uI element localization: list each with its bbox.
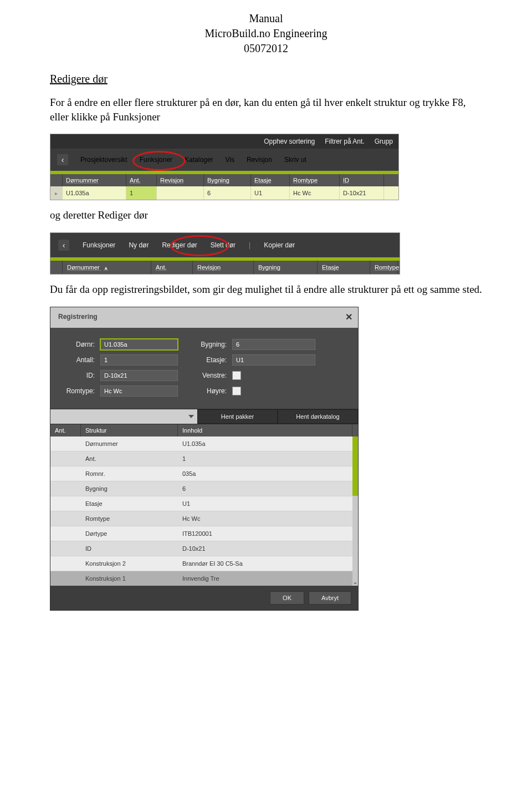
scroll-down-icon[interactable]: ⌄ xyxy=(352,578,358,586)
grid-header-ant[interactable]: Ant. xyxy=(50,424,81,437)
table-header-id[interactable]: ID xyxy=(340,174,384,186)
cell-struktur: Konstruksjon 2 xyxy=(81,556,178,571)
table-header-revisjon[interactable]: Revisjon xyxy=(157,174,204,186)
action-filtrer-ant[interactable]: Filtrer på Ant. xyxy=(325,138,364,145)
menu-slett-dor[interactable]: Slett dør xyxy=(211,241,236,249)
doc-title-line3: 05072012 xyxy=(50,41,482,56)
grid-header: Ant. Struktur Innhold xyxy=(50,424,358,437)
cell-ant xyxy=(50,481,81,496)
menu-vis[interactable]: Vis xyxy=(225,156,234,164)
screenshot-rediger-dor-menu: ‹ Funksjoner Ny dør Rediger dør Slett dø… xyxy=(50,232,400,275)
cell-ant xyxy=(50,541,81,556)
paragraph-3: Du får da opp registreringsbildet, som g… xyxy=(50,282,482,297)
sub-menubar: ‹ Funksjoner Ny dør Rediger dør Slett dø… xyxy=(50,233,400,257)
cell-innhold: Hc Wc xyxy=(178,511,352,526)
label-etasje: Etasje: xyxy=(195,356,227,364)
table-header-romtype[interactable]: Romtype xyxy=(290,174,340,186)
table-header-dornummer-sorted[interactable]: Dørnummer ▲ xyxy=(63,261,151,274)
cell-innhold: U1.035a xyxy=(178,437,352,451)
cell-ant xyxy=(50,437,81,451)
input-dornr[interactable] xyxy=(100,339,178,350)
ok-button[interactable]: OK xyxy=(270,591,304,605)
input-etasje[interactable] xyxy=(232,354,315,366)
package-toolbar: Hent pakker Hent dørkatalog xyxy=(50,409,358,424)
close-icon[interactable]: ✕ xyxy=(345,312,352,322)
doc-title-line2: MicroBuild.no Engineering xyxy=(50,26,482,41)
cell-ant-selected[interactable]: 1 xyxy=(126,186,157,200)
table-header-dornummer[interactable]: Dørnummer xyxy=(63,174,126,186)
avbryt-button[interactable]: Avbryt xyxy=(309,591,351,605)
cell-struktur: Etasje xyxy=(81,496,178,511)
cell-innhold: U1 xyxy=(178,496,352,511)
menu-funksjoner[interactable]: Funksjoner xyxy=(140,156,172,164)
screenshot-funksjoner-menu: Opphev sortering Filtrer på Ant. Grupp ‹… xyxy=(50,134,399,200)
table-header-bygning[interactable]: Bygning xyxy=(254,261,318,274)
cell-struktur: Romtype xyxy=(81,511,178,526)
table-header-revisjon[interactable]: Revisjon xyxy=(193,261,254,274)
table-header-ant[interactable]: Ant. xyxy=(126,174,157,186)
cell-id: D-10x21 xyxy=(340,186,384,200)
scrollbar-track[interactable]: ⌄ xyxy=(352,437,358,586)
table-header-blank xyxy=(50,261,63,274)
section-title: Redigere dør xyxy=(50,73,482,85)
label-venstre: Venstre: xyxy=(195,372,227,379)
screenshot-registrering-dialog: Registrering ✕ Dørnr: Bygning: Antall: xyxy=(50,307,359,611)
input-antall[interactable] xyxy=(100,354,178,366)
grid-header-innhold[interactable]: Innhold xyxy=(178,424,352,437)
action-opphev-sortering[interactable]: Opphev sortering xyxy=(264,138,315,145)
menu-kopier-dor[interactable]: Kopier dør xyxy=(264,241,295,249)
menu-ny-dor[interactable]: Ny dør xyxy=(129,241,149,249)
menu-skriv-ut[interactable]: Skriv ut xyxy=(284,156,306,164)
table-header-bygning[interactable]: Bygning xyxy=(204,174,251,186)
input-bygning[interactable] xyxy=(232,339,315,350)
back-chevron-icon[interactable]: ‹ xyxy=(57,154,68,165)
cell-ant xyxy=(50,571,81,586)
cell-struktur: Dørnummer xyxy=(81,437,178,451)
grid-header-struktur[interactable]: Struktur xyxy=(81,424,178,437)
table-row[interactable]: ▸ U1.035a 1 6 U1 Hc Wc D-10x21 xyxy=(50,186,398,200)
cell-ant xyxy=(50,451,81,466)
table-header-row: Dørnummer Ant. Revisjon Bygning Etasje R… xyxy=(50,174,398,186)
label-id: ID: xyxy=(62,372,95,379)
menu-prosjektoversikt[interactable]: Prosjektoversikt xyxy=(80,156,127,164)
paragraph-2: og deretter Rediger dør xyxy=(50,208,482,222)
hent-pakker-button[interactable]: Hent pakker xyxy=(197,409,278,424)
cell-innhold: 1 xyxy=(178,451,352,466)
cell-struktur: Bygning xyxy=(81,481,178,496)
cell-innhold: Innvendig Tre xyxy=(178,571,352,586)
cell-struktur: Romnr. xyxy=(81,466,178,481)
label-antall: Antall: xyxy=(62,356,95,364)
cell-struktur: Dørtype xyxy=(81,526,178,541)
grid-body: DørnummerU1.035aAnt.1Romnr.035aBygning6E… xyxy=(50,437,358,586)
cell-innhold: D-10x21 xyxy=(178,541,352,556)
dialog-title: Registrering xyxy=(58,313,98,321)
action-grupp[interactable]: Grupp xyxy=(375,138,393,145)
table-header-etasje[interactable]: Etasje xyxy=(318,261,370,274)
menu-rediger-dor[interactable]: Rediger dør xyxy=(162,241,197,249)
menu-revisjon[interactable]: Revisjon xyxy=(247,156,272,164)
package-dropdown[interactable] xyxy=(50,409,197,424)
input-id[interactable] xyxy=(100,370,178,381)
table-header-row: Dørnummer ▲ Ant. Revisjon Bygning Etasje… xyxy=(50,261,400,274)
cell-innhold: ITB120001 xyxy=(178,526,352,541)
table-header-blank xyxy=(50,174,63,186)
checkbox-hoyre[interactable] xyxy=(232,387,241,395)
header-label: Dørnummer xyxy=(67,264,100,271)
scrollbar-thumb[interactable] xyxy=(352,437,358,496)
checkbox-venstre[interactable] xyxy=(232,371,241,380)
input-romtype[interactable] xyxy=(100,385,178,397)
sort-asc-icon: ▲ xyxy=(104,265,109,271)
row-marker-icon: ▸ xyxy=(50,186,63,200)
paragraph-1: For å endre en eller flere strukturer på… xyxy=(50,95,482,124)
hent-dorkatalog-button[interactable]: Hent dørkatalog xyxy=(278,409,358,424)
chevron-down-icon xyxy=(188,415,194,418)
table-header-etasje[interactable]: Etasje xyxy=(251,174,290,186)
table-header-romtype[interactable]: Romtype xyxy=(370,261,398,274)
cell-struktur: ID xyxy=(81,541,178,556)
cell-ant xyxy=(50,496,81,511)
menu-kataloger[interactable]: Kataloger xyxy=(185,156,213,164)
menu-funksjoner[interactable]: Funksjoner xyxy=(83,241,115,249)
back-chevron-icon[interactable]: ‹ xyxy=(58,240,69,251)
table-header-ant[interactable]: Ant. xyxy=(151,261,193,274)
cell-ant xyxy=(50,556,81,571)
